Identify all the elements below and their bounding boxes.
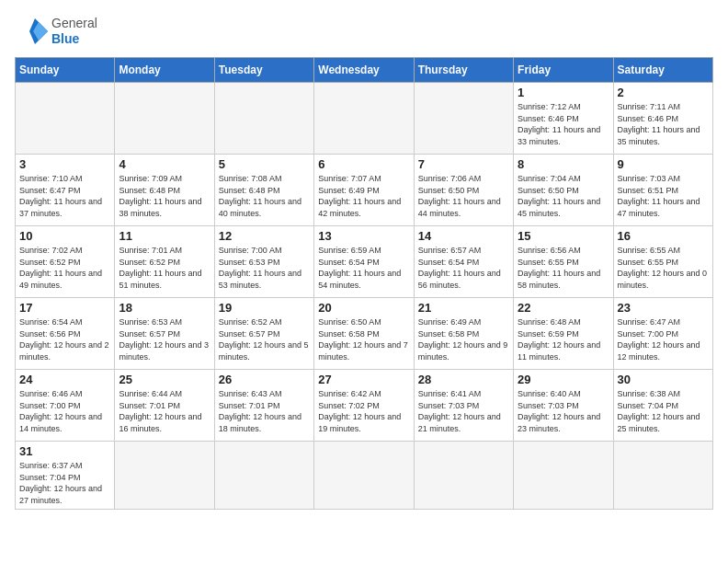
day-cell: 3Sunrise: 7:10 AM Sunset: 6:47 PM Daylig… bbox=[16, 155, 115, 226]
day-info: Sunrise: 6:48 AM Sunset: 6:59 PM Dayligh… bbox=[518, 316, 609, 362]
day-number: 21 bbox=[418, 301, 509, 315]
day-info: Sunrise: 6:42 AM Sunset: 7:02 PM Dayligh… bbox=[318, 388, 409, 434]
day-number: 20 bbox=[318, 301, 409, 315]
day-header-thursday: Thursday bbox=[414, 58, 513, 83]
calendar-table: SundayMondayTuesdayWednesdayThursdayFrid… bbox=[15, 57, 713, 510]
day-cell: 28Sunrise: 6:41 AM Sunset: 7:03 PM Dayli… bbox=[414, 370, 513, 442]
day-cell: 6Sunrise: 7:07 AM Sunset: 6:49 PM Daylig… bbox=[314, 155, 414, 226]
day-info: Sunrise: 6:40 AM Sunset: 7:03 PM Dayligh… bbox=[518, 388, 609, 434]
day-cell: 30Sunrise: 6:38 AM Sunset: 7:04 PM Dayli… bbox=[613, 370, 712, 442]
day-cell: 4Sunrise: 7:09 AM Sunset: 6:48 PM Daylig… bbox=[115, 155, 214, 226]
day-number: 17 bbox=[19, 301, 110, 315]
day-info: Sunrise: 7:07 AM Sunset: 6:49 PM Dayligh… bbox=[318, 173, 409, 219]
day-number: 30 bbox=[618, 373, 709, 386]
week-row-5: 31Sunrise: 6:37 AM Sunset: 7:04 PM Dayli… bbox=[16, 442, 713, 510]
day-info: Sunrise: 7:00 AM Sunset: 6:53 PM Dayligh… bbox=[219, 245, 310, 291]
week-row-2: 10Sunrise: 7:02 AM Sunset: 6:52 PM Dayli… bbox=[16, 226, 713, 298]
day-number: 10 bbox=[19, 229, 110, 243]
day-cell: 27Sunrise: 6:42 AM Sunset: 7:02 PM Dayli… bbox=[314, 370, 414, 442]
day-info: Sunrise: 6:50 AM Sunset: 6:58 PM Dayligh… bbox=[318, 316, 409, 362]
day-cell: 25Sunrise: 6:44 AM Sunset: 7:01 PM Dayli… bbox=[115, 370, 214, 442]
day-number: 12 bbox=[219, 229, 310, 243]
day-cell: 14Sunrise: 6:57 AM Sunset: 6:54 PM Dayli… bbox=[414, 226, 513, 298]
day-info: Sunrise: 6:41 AM Sunset: 7:03 PM Dayligh… bbox=[418, 388, 509, 434]
day-cell: 2Sunrise: 7:11 AM Sunset: 6:46 PM Daylig… bbox=[613, 83, 712, 155]
day-number: 24 bbox=[19, 373, 110, 386]
day-header-saturday: Saturday bbox=[613, 58, 712, 83]
day-cell: 12Sunrise: 7:00 AM Sunset: 6:53 PM Dayli… bbox=[214, 226, 313, 298]
day-cell bbox=[16, 83, 115, 155]
day-number: 28 bbox=[418, 373, 509, 386]
day-number: 14 bbox=[418, 229, 509, 243]
day-info: Sunrise: 6:59 AM Sunset: 6:54 PM Dayligh… bbox=[318, 245, 409, 291]
week-row-0: 1Sunrise: 7:12 AM Sunset: 6:46 PM Daylig… bbox=[16, 83, 713, 155]
day-cell bbox=[214, 83, 313, 155]
day-info: Sunrise: 7:02 AM Sunset: 6:52 PM Dayligh… bbox=[19, 245, 110, 291]
day-cell: 5Sunrise: 7:08 AM Sunset: 6:48 PM Daylig… bbox=[214, 155, 313, 226]
day-cell bbox=[115, 83, 214, 155]
day-header-wednesday: Wednesday bbox=[314, 58, 414, 83]
day-info: Sunrise: 7:01 AM Sunset: 6:52 PM Dayligh… bbox=[119, 245, 210, 291]
day-info: Sunrise: 6:55 AM Sunset: 6:55 PM Dayligh… bbox=[618, 245, 709, 291]
day-number: 9 bbox=[618, 157, 709, 171]
day-number: 7 bbox=[418, 157, 509, 171]
day-cell: 18Sunrise: 6:53 AM Sunset: 6:57 PM Dayli… bbox=[115, 298, 214, 370]
logo-icon bbox=[15, 15, 48, 48]
day-cell bbox=[314, 442, 414, 510]
week-row-3: 17Sunrise: 6:54 AM Sunset: 6:56 PM Dayli… bbox=[16, 298, 713, 370]
logo: GeneralBlue bbox=[15, 15, 97, 48]
day-number: 23 bbox=[618, 301, 709, 315]
day-info: Sunrise: 6:57 AM Sunset: 6:54 PM Dayligh… bbox=[418, 245, 509, 291]
day-cell bbox=[214, 442, 313, 510]
day-number: 11 bbox=[119, 229, 210, 243]
day-header-monday: Monday bbox=[115, 58, 214, 83]
day-number: 1 bbox=[518, 86, 609, 99]
day-info: Sunrise: 7:06 AM Sunset: 6:50 PM Dayligh… bbox=[418, 173, 509, 219]
day-number: 26 bbox=[219, 373, 310, 386]
day-cell bbox=[414, 83, 513, 155]
day-cell: 22Sunrise: 6:48 AM Sunset: 6:59 PM Dayli… bbox=[514, 298, 613, 370]
day-cell bbox=[314, 83, 414, 155]
day-number: 16 bbox=[618, 229, 709, 243]
day-cell: 1Sunrise: 7:12 AM Sunset: 6:46 PM Daylig… bbox=[514, 83, 613, 155]
day-number: 18 bbox=[119, 301, 210, 315]
day-header-tuesday: Tuesday bbox=[214, 58, 313, 83]
day-info: Sunrise: 7:10 AM Sunset: 6:47 PM Dayligh… bbox=[19, 173, 110, 219]
day-info: Sunrise: 6:53 AM Sunset: 6:57 PM Dayligh… bbox=[119, 316, 210, 362]
day-number: 8 bbox=[518, 157, 609, 171]
day-cell: 7Sunrise: 7:06 AM Sunset: 6:50 PM Daylig… bbox=[414, 155, 513, 226]
day-info: Sunrise: 6:56 AM Sunset: 6:55 PM Dayligh… bbox=[518, 245, 609, 291]
day-number: 22 bbox=[518, 301, 609, 315]
day-info: Sunrise: 7:04 AM Sunset: 6:50 PM Dayligh… bbox=[518, 173, 609, 219]
day-header-sunday: Sunday bbox=[16, 58, 115, 83]
day-cell: 31Sunrise: 6:37 AM Sunset: 7:04 PM Dayli… bbox=[16, 442, 115, 510]
day-number: 31 bbox=[19, 444, 110, 458]
day-number: 5 bbox=[219, 157, 310, 171]
day-info: Sunrise: 7:09 AM Sunset: 6:48 PM Dayligh… bbox=[119, 173, 210, 219]
day-cell: 10Sunrise: 7:02 AM Sunset: 6:52 PM Dayli… bbox=[16, 226, 115, 298]
day-cell: 29Sunrise: 6:40 AM Sunset: 7:03 PM Dayli… bbox=[514, 370, 613, 442]
day-info: Sunrise: 6:37 AM Sunset: 7:04 PM Dayligh… bbox=[19, 460, 110, 506]
logo-general-text: General bbox=[51, 16, 97, 31]
day-number: 13 bbox=[318, 229, 409, 243]
day-number: 29 bbox=[518, 373, 609, 386]
day-info: Sunrise: 7:08 AM Sunset: 6:48 PM Dayligh… bbox=[219, 173, 310, 219]
day-info: Sunrise: 6:49 AM Sunset: 6:58 PM Dayligh… bbox=[418, 316, 509, 362]
day-cell: 11Sunrise: 7:01 AM Sunset: 6:52 PM Dayli… bbox=[115, 226, 214, 298]
day-number: 6 bbox=[318, 157, 409, 171]
day-cell bbox=[613, 442, 712, 510]
day-cell: 8Sunrise: 7:04 AM Sunset: 6:50 PM Daylig… bbox=[514, 155, 613, 226]
day-info: Sunrise: 6:43 AM Sunset: 7:01 PM Dayligh… bbox=[219, 388, 310, 434]
day-cell: 24Sunrise: 6:46 AM Sunset: 7:00 PM Dayli… bbox=[16, 370, 115, 442]
day-cell: 20Sunrise: 6:50 AM Sunset: 6:58 PM Dayli… bbox=[314, 298, 414, 370]
day-info: Sunrise: 6:44 AM Sunset: 7:01 PM Dayligh… bbox=[119, 388, 210, 434]
day-cell: 15Sunrise: 6:56 AM Sunset: 6:55 PM Dayli… bbox=[514, 226, 613, 298]
day-cell: 9Sunrise: 7:03 AM Sunset: 6:51 PM Daylig… bbox=[613, 155, 712, 226]
week-row-4: 24Sunrise: 6:46 AM Sunset: 7:00 PM Dayli… bbox=[16, 370, 713, 442]
day-cell: 21Sunrise: 6:49 AM Sunset: 6:58 PM Dayli… bbox=[414, 298, 513, 370]
day-info: Sunrise: 7:03 AM Sunset: 6:51 PM Dayligh… bbox=[618, 173, 709, 219]
day-number: 25 bbox=[119, 373, 210, 386]
day-cell: 13Sunrise: 6:59 AM Sunset: 6:54 PM Dayli… bbox=[314, 226, 414, 298]
day-info: Sunrise: 6:54 AM Sunset: 6:56 PM Dayligh… bbox=[19, 316, 110, 362]
day-cell: 23Sunrise: 6:47 AM Sunset: 7:00 PM Dayli… bbox=[613, 298, 712, 370]
